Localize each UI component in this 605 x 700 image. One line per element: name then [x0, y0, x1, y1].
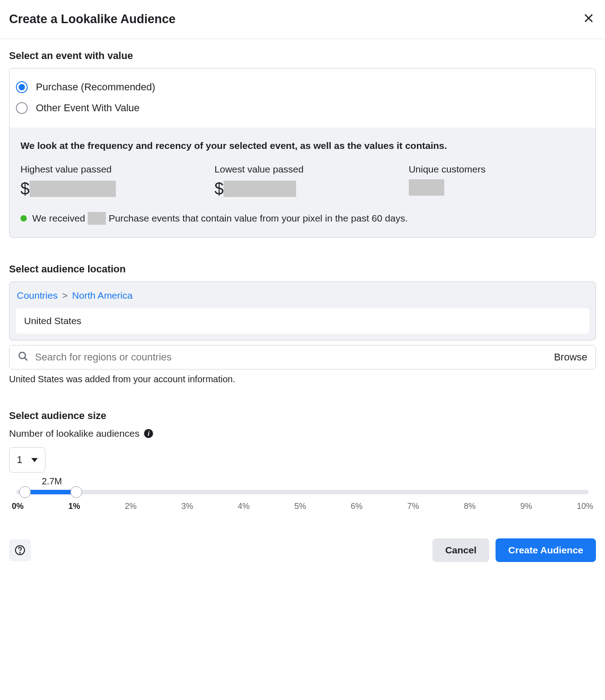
close-icon [583, 13, 594, 24]
tick-4: 4% [238, 502, 250, 511]
tick-5: 5% [294, 502, 306, 511]
radio-purchase-label: Purchase (Recommended) [36, 81, 155, 93]
tick-9: 9% [521, 502, 532, 511]
location-selected[interactable]: United States [16, 308, 589, 334]
close-button[interactable] [581, 11, 596, 28]
cancel-button[interactable]: Cancel [432, 538, 489, 562]
status-dot-icon [20, 215, 27, 222]
location-helper: United States was added from your accoun… [9, 374, 596, 385]
location-search-input[interactable] [35, 351, 548, 363]
radio-other-event[interactable]: Other Event With Value [16, 98, 589, 118]
slider-fill [25, 490, 76, 494]
slider-handle-end[interactable] [70, 486, 82, 498]
status-suffix: Purchase events that contain value from … [109, 213, 407, 224]
radio-indicator [16, 81, 28, 93]
unique-value [409, 179, 585, 196]
info-icon[interactable]: i [144, 429, 153, 438]
breadcrumb-countries[interactable]: Countries [17, 290, 58, 301]
svg-point-2 [20, 552, 20, 553]
search-icon [18, 351, 29, 364]
status-prefix: We received [32, 213, 85, 224]
location-search-row[interactable]: Browse [9, 345, 596, 370]
tick-8: 8% [464, 502, 476, 511]
redacted-value [30, 181, 116, 197]
location-card: Countries > North America United States [9, 281, 596, 340]
breadcrumb-region[interactable]: North America [72, 290, 133, 301]
browse-link[interactable]: Browse [554, 351, 587, 363]
radio-purchase[interactable]: Purchase (Recommended) [16, 77, 589, 98]
tick-10: 10% [577, 502, 593, 511]
highest-value: $ [20, 179, 196, 198]
unique-label: Unique customers [409, 164, 585, 175]
slider-track[interactable] [16, 490, 589, 494]
size-sublabel-row: Number of lookalike audiences i [9, 428, 596, 439]
tick-1: 1% [68, 502, 80, 511]
svg-point-0 [19, 352, 25, 359]
create-audience-button[interactable]: Create Audience [496, 538, 596, 562]
stats-panel: We look at the frequency and recency of … [10, 128, 595, 237]
tick-7: 7% [407, 502, 419, 511]
chevron-down-icon [31, 458, 38, 462]
slider-ticks: 0% 1% 2% 3% 4% 5% 6% 7% 8% 9% 10% [9, 502, 596, 511]
redacted-value [409, 179, 444, 196]
tick-0: 0% [12, 502, 24, 511]
size-slider[interactable]: 2.7M 0% 1% 2% 3% 4% 5% 6% 7% 8% 9% 10% [9, 490, 596, 511]
lowest-label: Lowest value passed [214, 164, 390, 175]
size-section-label: Select audience size [9, 410, 596, 422]
tick-3: 3% [181, 502, 193, 511]
location-section-label: Select audience location [9, 263, 596, 275]
audience-count-value: 1 [17, 454, 22, 466]
radio-other-label: Other Event With Value [36, 102, 139, 114]
breadcrumb-separator: > [62, 290, 68, 301]
modal-title: Create a Lookalike Audience [9, 12, 176, 26]
help-icon [15, 545, 25, 556]
breadcrumb: Countries > North America [16, 288, 589, 303]
slider-handle-start[interactable] [19, 486, 31, 498]
audience-count-select[interactable]: 1 [9, 447, 45, 473]
event-card: Purchase (Recommended) Other Event With … [9, 68, 596, 238]
lowest-value: $ [214, 179, 390, 198]
redacted-value [223, 181, 296, 197]
help-button[interactable] [9, 539, 31, 561]
radio-indicator [16, 102, 28, 114]
stats-intro: We look at the frequency and recency of … [20, 140, 585, 151]
tick-6: 6% [351, 502, 362, 511]
event-section-label: Select an event with value [9, 50, 596, 62]
size-sublabel: Number of lookalike audiences [9, 428, 139, 439]
redacted-count [88, 212, 106, 225]
tick-2: 2% [125, 502, 137, 511]
status-line: We received Purchase events that contain… [20, 212, 585, 225]
slider-callout: 2.7M [42, 476, 62, 487]
highest-label: Highest value passed [20, 164, 196, 175]
